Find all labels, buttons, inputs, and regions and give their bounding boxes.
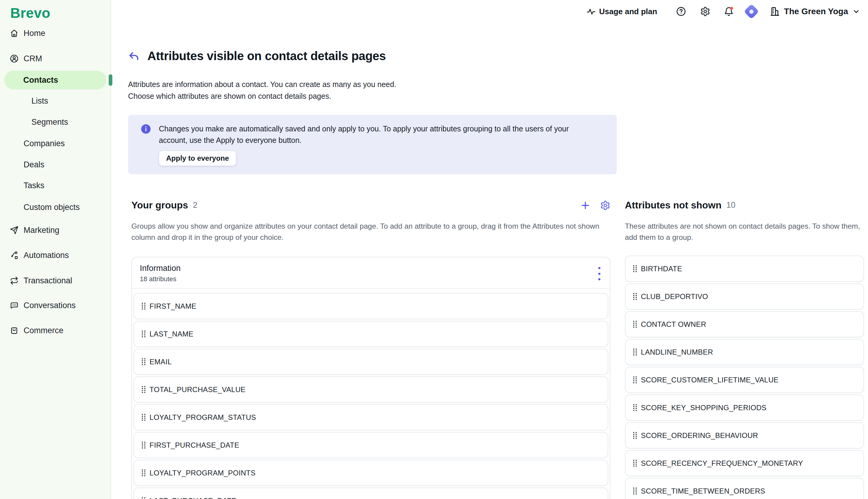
sidebar-item-label: Companies: [24, 139, 65, 148]
sidebar-item-transactional[interactable]: Transactional: [0, 272, 111, 289]
drag-handle-icon[interactable]: [141, 497, 146, 499]
sidebar-item-label: Lists: [32, 96, 48, 106]
sidebar-item-contacts[interactable]: Contacts: [4, 71, 106, 89]
home-icon: [10, 29, 19, 38]
info-banner: Changes you make are automatically saved…: [128, 115, 617, 174]
sidebar-item-conversations[interactable]: Conversations: [0, 297, 111, 314]
drag-handle-icon[interactable]: [633, 265, 638, 273]
sidebar-item-label: Automations: [24, 251, 69, 260]
sidebar-item-custom-objects[interactable]: Custom objects: [0, 199, 111, 216]
sidebar-item-label: Conversations: [24, 301, 76, 310]
active-indicator: [109, 74, 112, 86]
drag-handle-icon[interactable]: [633, 348, 638, 356]
sidebar-item-label: CRM: [24, 54, 42, 63]
brevo-logo[interactable]: Brevo: [10, 5, 111, 21]
attribute-row[interactable]: CONTACT OWNER: [625, 311, 864, 337]
sidebar-item-companies[interactable]: Companies: [0, 135, 111, 152]
attribute-row[interactable]: LAST_PURCHASE_DATE: [134, 488, 608, 499]
sidebar-item-deals[interactable]: Deals: [0, 156, 111, 173]
drag-handle-icon[interactable]: [141, 413, 146, 421]
attribute-row[interactable]: FIRST_NAME: [134, 293, 608, 319]
attribute-row[interactable]: LANDLINE_NUMBER: [625, 339, 864, 365]
sidebar-nav: Home CRM Contacts Lists Segments Compani…: [0, 21, 111, 339]
groups-settings-gear-icon[interactable]: [600, 200, 610, 210]
add-group-icon[interactable]: [580, 200, 590, 210]
info-icon: [141, 124, 151, 134]
attribute-row[interactable]: SCORE_RECENCY_FREQUENCY_MONETARY: [625, 450, 864, 476]
apply-to-everyone-button[interactable]: Apply to everyone: [159, 151, 236, 166]
send-icon: [10, 226, 19, 235]
not-shown-count: 10: [726, 200, 735, 210]
shopping-bag-icon: [10, 326, 19, 335]
drag-handle-icon[interactable]: [141, 441, 146, 449]
sidebar-item-tasks[interactable]: Tasks: [0, 177, 111, 194]
attribute-row[interactable]: LAST_NAME: [134, 321, 608, 347]
not-shown-description: These attributes are not shown on contac…: [625, 220, 860, 243]
sidebar-item-segments[interactable]: Segments: [0, 113, 111, 131]
sidebar-item-label: Home: [24, 29, 45, 38]
attribute-row[interactable]: SCORE_TIME_BETWEEN_ORDERS: [625, 478, 864, 499]
page-title: Attributes visible on contact details pa…: [147, 49, 386, 63]
drag-handle-icon[interactable]: [633, 320, 638, 328]
not-shown-title: Attributes not shown: [625, 200, 722, 211]
chat-bubble-icon: [10, 301, 19, 310]
drag-handle-icon[interactable]: [141, 469, 146, 477]
crm-icon: [10, 54, 19, 63]
sidebar-item-home[interactable]: Home: [0, 25, 111, 42]
drag-handle-icon[interactable]: [141, 330, 146, 338]
attribute-row[interactable]: EMAIL: [134, 349, 608, 375]
sidebar-item-lists[interactable]: Lists: [0, 93, 111, 109]
attribute-row[interactable]: CLUB_DEPORTIVO: [625, 283, 864, 309]
your-groups-description: Groups allow you show and organize attri…: [131, 220, 602, 243]
drag-handle-icon[interactable]: [633, 487, 638, 495]
sidebar-item-label: Contacts: [23, 75, 58, 85]
sidebar-item-commerce[interactable]: Commerce: [0, 322, 111, 339]
sidebar-item-label: Segments: [32, 118, 68, 127]
drag-handle-icon[interactable]: [141, 386, 146, 393]
sidebar-item-label: Deals: [24, 160, 45, 169]
drag-handle-icon[interactable]: [633, 292, 638, 301]
attribute-row[interactable]: FIRST_PURCHASE_DATE: [134, 432, 608, 458]
attributes-not-shown-column: Attributes not shown 10 These attributes…: [625, 200, 864, 499]
drag-handle-icon[interactable]: [633, 403, 638, 412]
group-attribute-count: 18 attributes: [140, 275, 599, 283]
group-card-information: Information 18 attributes FIRST_NAME LAS…: [131, 257, 610, 499]
sidebar-item-label: Marketing: [24, 226, 60, 235]
sidebar-item-label: Tasks: [24, 181, 45, 190]
attribute-row[interactable]: TOTAL_PURCHASE_VALUE: [134, 376, 608, 403]
page-description: Attributes are information about a conta…: [128, 78, 868, 102]
attribute-row[interactable]: SCORE_CUSTOMER_LIFETIME_VALUE: [625, 367, 864, 393]
attribute-row[interactable]: LOYALTY_PROGRAM_STATUS: [134, 404, 608, 430]
your-groups-title: Your groups: [131, 200, 188, 211]
sidebar-item-crm[interactable]: CRM: [0, 50, 111, 67]
back-button[interactable]: [128, 50, 139, 62]
sidebar-item-automations[interactable]: Automations: [0, 247, 111, 264]
automation-flow-icon: [10, 251, 19, 260]
main-content: Attributes visible on contact details pa…: [111, 0, 868, 499]
attribute-row[interactable]: SCORE_ORDERING_BEHAVIOUR: [625, 422, 864, 449]
attribute-row[interactable]: BIRTHDATE: [625, 256, 864, 282]
banner-text: Changes you make are automatically saved…: [159, 123, 594, 146]
sidebar: Brevo Home CRM Contacts Lists Segments C…: [0, 0, 111, 499]
sidebar-item-label: Custom objects: [24, 203, 80, 212]
sidebar-item-label: Transactional: [24, 276, 72, 285]
your-groups-count: 2: [193, 200, 197, 210]
drag-handle-icon[interactable]: [141, 302, 146, 310]
attribute-row[interactable]: SCORE_KEY_SHOPPING_PERIODS: [625, 394, 864, 421]
repeat-icon: [10, 276, 19, 285]
sidebar-item-marketing[interactable]: Marketing: [0, 222, 111, 239]
drag-handle-icon[interactable]: [633, 431, 638, 439]
drag-handle-icon[interactable]: [633, 459, 638, 467]
drag-handle-icon[interactable]: [141, 358, 146, 366]
attribute-row[interactable]: LOYALTY_PROGRAM_POINTS: [134, 460, 608, 486]
not-shown-list: BIRTHDATE CLUB_DEPORTIVO CONTACT OWNER L…: [625, 256, 864, 499]
drag-handle-icon[interactable]: [633, 376, 638, 384]
sidebar-item-label: Commerce: [24, 326, 63, 335]
group-kebab-menu-icon[interactable]: [598, 267, 601, 280]
group-name: Information: [140, 264, 599, 273]
your-groups-column: Your groups 2 Groups allow you show and …: [131, 200, 610, 499]
